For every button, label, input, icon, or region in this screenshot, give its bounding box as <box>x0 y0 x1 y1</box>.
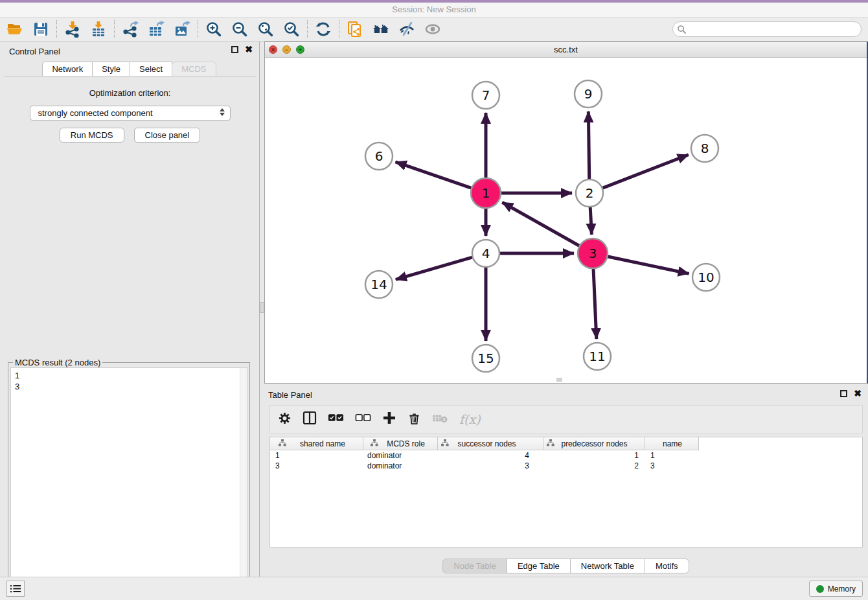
cell-successor-nodes[interactable]: 3 <box>438 461 543 471</box>
column-header-name[interactable]: name <box>645 437 699 450</box>
graph-edge-3-10[interactable] <box>608 257 689 273</box>
graph-node-10[interactable]: 10 <box>692 264 720 291</box>
graph-node-3[interactable]: 3 <box>578 238 608 268</box>
search-input[interactable] <box>689 23 861 35</box>
cell-mcds-role[interactable]: dominator <box>363 461 438 471</box>
search-box <box>672 21 862 37</box>
hide-panel-icon[interactable] <box>398 21 415 38</box>
column-layout-icon[interactable] <box>303 411 317 428</box>
memory-button[interactable]: Memory <box>809 581 863 597</box>
graph-node-2[interactable]: 2 <box>576 179 603 207</box>
run-mcds-button[interactable]: Run MCDS <box>60 128 124 143</box>
function-builder-icon[interactable]: f(x) <box>459 412 481 426</box>
graph-node-14[interactable]: 14 <box>365 271 393 298</box>
column-header-shared-name[interactable]: shared name <box>270 437 363 450</box>
tab-network[interactable]: Network <box>42 62 93 76</box>
column-edit-icon <box>371 439 378 448</box>
control-panel: Control Panel ✖ Network Style Select MCD… <box>0 41 260 577</box>
column-header-successor-nodes[interactable]: successor nodes <box>438 437 543 450</box>
task-history-button[interactable] <box>6 581 25 597</box>
mcds-result-title: MCDS result (2 nodes) <box>13 358 102 367</box>
graph-node-11[interactable]: 11 <box>584 343 611 370</box>
close-table-panel-icon[interactable]: ✖ <box>854 390 862 397</box>
import-table-icon[interactable] <box>90 21 107 38</box>
graph-node-7[interactable]: 7 <box>472 82 499 109</box>
close-panel-button[interactable]: Close panel <box>134 128 201 143</box>
network-file-icon[interactable] <box>347 21 363 38</box>
cell-successor-nodes[interactable]: 4 <box>438 450 543 461</box>
table-header-row: shared name MCDS role successor nodes pr… <box>270 437 862 450</box>
tab-network-table[interactable]: Network Table <box>570 559 645 573</box>
settings-gear-icon[interactable] <box>278 411 291 428</box>
tab-motifs[interactable]: Motifs <box>645 559 689 573</box>
graph-edge-3-11[interactable] <box>593 269 597 339</box>
select-all-columns-icon[interactable] <box>328 413 344 425</box>
home-icon[interactable] <box>372 21 389 38</box>
show-panel-icon[interactable] <box>424 21 441 38</box>
column-header-mcds-role[interactable]: MCDS role <box>363 437 438 450</box>
graph-node-6[interactable]: 6 <box>365 143 393 170</box>
optimization-criterion-label: Optimization criterion: <box>4 88 256 98</box>
cell-name[interactable]: 1 <box>645 450 699 461</box>
export-table-icon[interactable] <box>148 21 165 38</box>
zoom-fit-icon[interactable] <box>257 21 274 38</box>
canvas-scroll-handle[interactable] <box>556 378 562 382</box>
save-session-icon[interactable] <box>32 21 49 38</box>
tab-select[interactable]: Select <box>130 62 172 76</box>
cell-name[interactable]: 3 <box>645 461 699 471</box>
float-table-panel-icon[interactable] <box>840 390 847 397</box>
graph-edge-2-9[interactable] <box>588 111 589 179</box>
network-window-titlebar[interactable]: ✕ − + scc.txt <box>265 42 867 58</box>
control-panel-title: Control Panel <box>9 47 60 56</box>
table-row[interactable]: 3 dominator 3 2 3 <box>270 461 862 471</box>
table-row[interactable]: 1 dominator 4 1 1 <box>270 450 862 461</box>
workspace: Control Panel ✖ Network Style Select MCD… <box>0 41 868 577</box>
mcds-result-list[interactable]: 1 3 <box>10 367 247 600</box>
graph-edge-1-6[interactable] <box>396 162 472 188</box>
open-session-icon[interactable] <box>6 21 23 38</box>
graph-node-4[interactable]: 4 <box>472 240 499 267</box>
deselect-all-columns-icon[interactable] <box>355 413 371 425</box>
graph-node-15[interactable]: 15 <box>472 345 499 372</box>
toolbar-separator <box>198 20 198 38</box>
tab-style[interactable]: Style <box>92 62 130 76</box>
tab-edge-table[interactable]: Edge Table <box>507 559 571 573</box>
svg-text:3: 3 <box>589 246 597 261</box>
graph-node-8[interactable]: 8 <box>691 135 718 162</box>
graph-node-1[interactable]: 1 <box>471 178 501 208</box>
cell-mcds-role[interactable]: dominator <box>363 450 438 461</box>
panel-splitter-handle[interactable] <box>260 302 264 313</box>
export-network-icon[interactable] <box>122 21 139 38</box>
optimization-criterion-select[interactable]: strongly connected component <box>30 106 231 121</box>
graph-edge-2-8[interactable] <box>603 155 689 188</box>
graph-node-9[interactable]: 9 <box>575 80 602 108</box>
zoom-in-icon[interactable] <box>205 21 222 38</box>
cell-predecessor-nodes[interactable]: 2 <box>543 461 645 471</box>
memory-status-icon <box>816 585 824 593</box>
tab-node-table[interactable]: Node Table <box>442 559 507 573</box>
graph-edge-2-3[interactable] <box>590 207 591 235</box>
cell-predecessor-nodes[interactable]: 1 <box>543 450 645 461</box>
refresh-view-icon[interactable] <box>315 21 332 38</box>
column-header-predecessor-nodes[interactable]: predecessor nodes <box>543 437 645 450</box>
import-network-icon[interactable] <box>64 21 81 38</box>
zoom-out-icon[interactable] <box>231 21 248 38</box>
float-panel-icon[interactable] <box>231 46 238 53</box>
graph-edge-4-14[interactable] <box>396 257 472 279</box>
close-panel-icon[interactable]: ✖ <box>245 46 253 53</box>
cell-shared-name[interactable]: 1 <box>270 450 363 461</box>
result-scrollbar[interactable] <box>240 368 247 600</box>
export-image-icon[interactable] <box>174 21 190 38</box>
mcds-result-item: 3 <box>15 381 247 392</box>
add-column-icon[interactable] <box>382 411 396 428</box>
graph-edge-3-1[interactable] <box>502 202 579 246</box>
table-toolbar: f(x) <box>269 405 863 433</box>
tab-mcds[interactable]: MCDS <box>172 62 216 76</box>
svg-text:2: 2 <box>586 185 594 201</box>
zoom-selected-icon[interactable] <box>283 21 300 38</box>
delete-column-icon[interactable] <box>407 411 421 428</box>
delete-table-icon[interactable] <box>432 413 448 426</box>
network-graph[interactable]: 7968124314101511 <box>265 58 866 382</box>
cell-shared-name[interactable]: 3 <box>270 461 363 471</box>
network-canvas[interactable]: 7968124314101511 <box>265 58 866 382</box>
